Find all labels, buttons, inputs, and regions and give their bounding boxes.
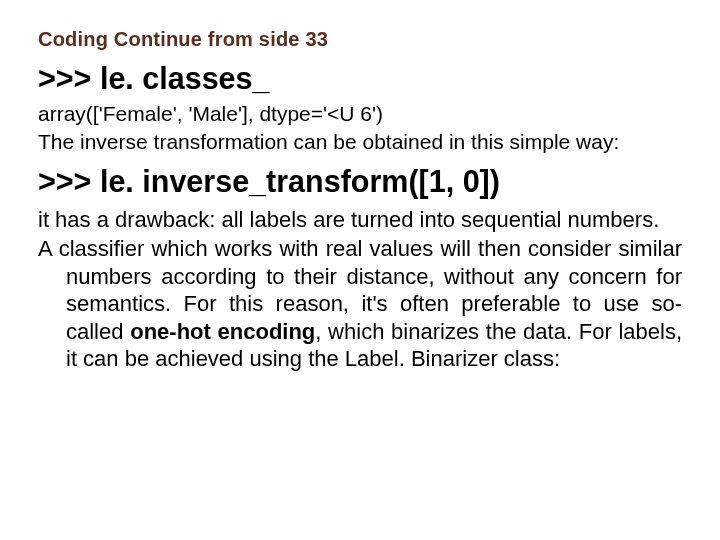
para2-bold: one-hot encoding [130, 319, 315, 344]
output-array: array(['Female', 'Male'], dtype='<U 6') [38, 101, 682, 127]
slide-title: Coding Continue from side 33 [38, 28, 682, 51]
paragraph-drawback: it has a drawback: all labels are turned… [38, 206, 682, 234]
code-line-inverse-transform: >>> le. inverse_transform([1, 0]) [38, 162, 682, 200]
slide-body: Coding Continue from side 33 >>> le. cla… [0, 0, 720, 540]
explain-inverse: The inverse transformation can be obtain… [38, 129, 682, 155]
paragraph-classifier: A classifier which works with real value… [38, 235, 682, 373]
code-line-classes: >>> le. classes_ [38, 59, 682, 97]
